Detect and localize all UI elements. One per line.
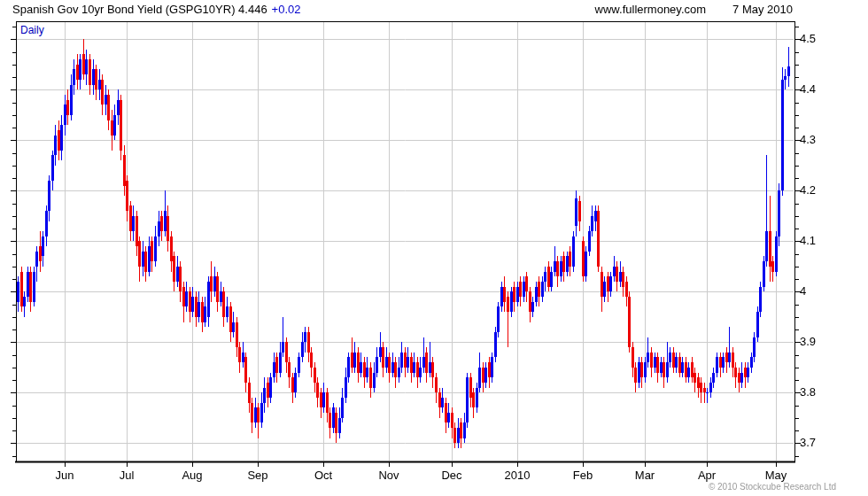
- change-value: +0.02: [272, 3, 301, 16]
- x-axis-label: Mar: [625, 469, 664, 482]
- x-axis-label: 2010: [498, 469, 537, 482]
- x-axis-label: Apr: [687, 469, 726, 482]
- chart-title: Spanish Gov 10yr Bond Yield (GSPG10YR) 4…: [12, 3, 301, 16]
- site-link[interactable]: www.fullermoney.com: [595, 3, 706, 16]
- y-axis-label: 3.9: [800, 335, 830, 348]
- copyright-notice: © 2010 Stockcube Research Ltd: [709, 482, 836, 492]
- y-axis-label: 4.3: [800, 133, 830, 146]
- x-axis-label: Feb: [563, 469, 602, 482]
- x-axis-label: Jul: [107, 469, 146, 482]
- header-right: www.fullermoney.com 7 May 2010: [595, 3, 793, 16]
- interval-label: Daily: [19, 24, 46, 36]
- x-axis-label: Nov: [369, 469, 408, 482]
- x-axis-label: May: [756, 469, 795, 482]
- chart-date: 7 May 2010: [732, 3, 793, 16]
- y-axis-label: 3.8: [800, 385, 830, 399]
- x-axis-label: Dec: [432, 469, 471, 482]
- x-axis-label: Jun: [45, 469, 84, 482]
- y-axis-label: 4.5: [800, 32, 830, 45]
- y-axis-label: 3.7: [800, 436, 830, 449]
- x-axis-label: Aug: [173, 469, 212, 482]
- y-axis-label: 4.4: [800, 82, 830, 96]
- y-axis-label: 4: [800, 284, 830, 298]
- y-axis-label: 4.1: [800, 234, 830, 247]
- chart-window: Spanish Gov 10yr Bond Yield (GSPG10YR) 4…: [0, 0, 868, 496]
- candlestick-chart: [0, 0, 868, 496]
- y-axis-label: 4.2: [800, 183, 830, 197]
- title-text: Spanish Gov 10yr Bond Yield (GSPG10YR) 4…: [12, 3, 267, 16]
- x-axis-label: Oct: [304, 469, 343, 482]
- x-axis-label: Sep: [238, 469, 277, 482]
